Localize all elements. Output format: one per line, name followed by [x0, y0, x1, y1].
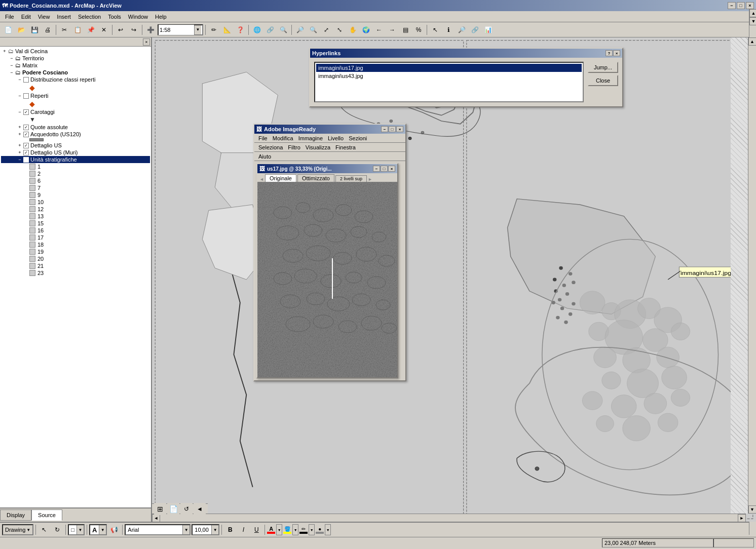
shadow-color-btn[interactable]: ● — [316, 526, 324, 534]
cut-button[interactable]: ✂ — [58, 24, 70, 36]
globe-button[interactable]: 🌐 — [251, 24, 263, 36]
zoom-full-button[interactable]: ⤢ — [320, 24, 332, 36]
prev-tab-arrow[interactable]: ◄ — [259, 177, 264, 182]
zoom-out-button[interactable]: 🔍 — [307, 24, 319, 36]
rotate-button[interactable]: ↻ — [51, 524, 63, 536]
menu-tools[interactable]: Tools — [105, 13, 124, 21]
paste-button[interactable]: 📌 — [85, 24, 97, 36]
callout-button[interactable]: 📢 — [108, 524, 120, 536]
identify-button[interactable]: ❓ — [234, 24, 246, 36]
drawing-dropdown[interactable]: Drawing ▼ — [2, 524, 33, 535]
toc-layer-acquedotto[interactable]: + Acquedotto (US120) — [1, 131, 150, 138]
shadow-color-arrow[interactable]: ▼ — [325, 524, 331, 535]
shadow-color-container[interactable]: ● ▼ — [316, 524, 331, 535]
ir-menu-filtro[interactable]: Filtro — [286, 144, 302, 151]
hscroll-right-button[interactable]: ► — [738, 514, 746, 522]
toc-layer-val-di-cecina[interactable]: + 🗂 Val di Cecina — [1, 48, 150, 55]
maximize-button[interactable]: □ — [737, 2, 745, 9]
imageready-title-bar[interactable]: 🖼 Adobe ImageReady − □ × — [254, 125, 405, 134]
toc-layer-unita-strat[interactable]: − Unità stratigrafiche — [1, 156, 150, 163]
scale-input-container[interactable]: ▼ — [158, 24, 203, 35]
font-size-selector[interactable]: 10,00 ▼ — [192, 524, 219, 535]
save-button[interactable]: 💾 — [28, 24, 41, 36]
find-button[interactable]: 🔎 — [456, 24, 468, 36]
imgviewer-min-button[interactable]: − — [373, 166, 380, 172]
fill-color-btn[interactable]: 🪣 — [283, 526, 291, 534]
toc-layer-carotaggi[interactable]: − Carotaggi — [1, 108, 150, 115]
dataframe-button[interactable]: ⊞ — [154, 503, 166, 515]
imageready-min-button[interactable]: − — [381, 126, 388, 132]
layer-checkbox[interactable] — [23, 132, 29, 137]
layout-button[interactable]: ▤ — [399, 24, 411, 36]
ir-menu-immagine[interactable]: Immagine — [296, 135, 325, 142]
undo-button[interactable]: ↩ — [115, 24, 127, 36]
forward-button[interactable]: → — [386, 24, 398, 36]
tab-ottimizzato[interactable]: Ottimizzato — [297, 174, 334, 182]
italic-button[interactable]: I — [237, 524, 249, 536]
close-hl-button[interactable]: Close — [588, 75, 618, 86]
toc-layer-dettaglio-us[interactable]: + Dettaglio US — [1, 142, 150, 149]
layer-checkbox[interactable] — [23, 157, 29, 163]
redo-button[interactable]: ↪ — [128, 24, 140, 36]
hscroll-left-button[interactable]: ◄ — [152, 514, 160, 522]
zoom-select-button[interactable]: ⤡ — [333, 24, 346, 36]
font-color-arrow[interactable]: ▼ — [276, 524, 282, 535]
imageready-max-button[interactable]: □ — [389, 126, 396, 132]
sketch-button[interactable]: 📐 — [221, 24, 233, 36]
layout-page-button[interactable]: 📄 — [167, 503, 179, 515]
rect-dropdown-arrow[interactable]: ▼ — [77, 525, 84, 534]
minimize-button[interactable]: − — [728, 2, 736, 9]
pan-button[interactable]: ✋ — [347, 24, 359, 36]
hyperlinks-title-bar[interactable]: Hyperlinks ? × — [310, 49, 622, 58]
text-draw-container[interactable]: A ▼ — [89, 524, 107, 535]
add-data-button[interactable]: ➕ — [144, 24, 157, 36]
size-dropdown-arrow[interactable]: ▼ — [211, 525, 218, 534]
font-color-container[interactable]: A ▼ — [267, 524, 282, 535]
line-color-container[interactable]: ✏ ▼ — [299, 524, 315, 535]
imgviewer-title-bar[interactable]: 🖼 us17.jpg @ 33,33% (Origi... − □ × — [257, 164, 397, 173]
layer-checkbox[interactable] — [23, 77, 29, 83]
delete-button[interactable]: ✕ — [98, 24, 110, 36]
scale-input[interactable] — [159, 25, 194, 35]
hyperlink-item-2[interactable]: immagini\us43.jpg — [316, 72, 582, 80]
info-button[interactable]: ℹ — [442, 24, 455, 36]
toc-layer-territorio[interactable]: − 🗂 Territorio — [1, 55, 150, 62]
tab-2livelli[interactable]: 2 livelli sup — [335, 175, 367, 182]
close-button[interactable]: × — [746, 2, 754, 9]
menu-file[interactable]: File — [2, 13, 17, 21]
line-color-btn[interactable]: ✏ — [299, 526, 308, 534]
ir-menu-modifica[interactable]: Modifica — [271, 135, 295, 142]
select-button[interactable]: ↖ — [429, 24, 441, 36]
next-tab-arrow[interactable]: ► — [368, 177, 372, 182]
font-dropdown-arrow[interactable]: ▼ — [182, 525, 190, 534]
fill-color-container[interactable]: 🪣 ▼ — [283, 524, 298, 535]
toc-layer-distribuzione[interactable]: − Distribuzione classi reperti — [1, 76, 150, 83]
toc-close-button[interactable]: × — [143, 38, 150, 46]
underline-button[interactable]: U — [250, 524, 262, 536]
text-dropdown-arrow[interactable]: ▼ — [99, 525, 106, 534]
ir-menu-aiuto[interactable]: Aiuto — [256, 153, 273, 160]
tab-source[interactable]: Source — [31, 509, 62, 521]
layer-checkbox[interactable] — [23, 150, 29, 155]
layer-checkbox[interactable] — [23, 125, 29, 130]
font-color-btn[interactable]: A — [267, 526, 275, 534]
toc-layer-reperti[interactable]: − Reperti — [1, 92, 150, 99]
hyperlinks-close-button[interactable]: × — [613, 50, 620, 56]
menu-help[interactable]: Help — [152, 13, 170, 21]
menu-selection[interactable]: Selection — [75, 13, 104, 21]
open-button[interactable]: 📂 — [15, 24, 27, 36]
fill-color-arrow[interactable]: ▼ — [292, 524, 298, 535]
menu-window[interactable]: Window — [125, 13, 151, 21]
zoom-in-button[interactable]: 🔎 — [294, 24, 306, 36]
vscroll-up-button[interactable]: ▲ — [748, 37, 757, 46]
layer-checkbox[interactable] — [23, 93, 29, 99]
hyperlinks-help-button[interactable]: ? — [606, 50, 613, 56]
back-button[interactable]: ← — [373, 24, 385, 36]
copy-button[interactable]: 📋 — [71, 24, 84, 36]
map-area[interactable]: immagini\us17.jpg... ◄ ► ▲ ▼ — [152, 37, 756, 522]
imageready-close-button[interactable]: × — [396, 126, 403, 132]
imgviewer-close-button[interactable]: × — [388, 166, 395, 172]
menu-view[interactable]: View — [35, 13, 53, 21]
layer-checkbox[interactable] — [23, 143, 29, 148]
imgviewer-max-button[interactable]: □ — [381, 166, 388, 172]
